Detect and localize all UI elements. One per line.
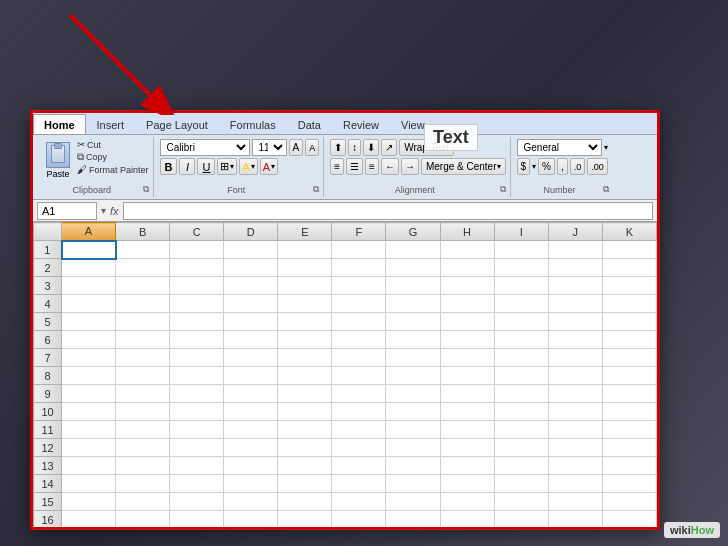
cell-I15[interactable] (494, 493, 548, 511)
cell-I10[interactable] (494, 403, 548, 421)
cell-J13[interactable] (548, 457, 602, 475)
row-header-5[interactable]: 5 (34, 313, 62, 331)
align-right-button[interactable]: ≡ (365, 158, 379, 175)
cell-C13[interactable] (170, 457, 224, 475)
cell-J3[interactable] (548, 277, 602, 295)
cell-D11[interactable] (224, 421, 278, 439)
font-family-select[interactable]: Calibri (160, 139, 250, 156)
cell-H16[interactable] (440, 511, 494, 528)
cell-K11[interactable] (602, 421, 656, 439)
cell-D2[interactable] (224, 259, 278, 277)
name-box[interactable] (37, 202, 97, 220)
cell-K8[interactable] (602, 367, 656, 385)
cell-K13[interactable] (602, 457, 656, 475)
cell-A4[interactable] (62, 295, 116, 313)
currency-dropdown[interactable]: ▾ (532, 162, 536, 171)
cell-J16[interactable] (548, 511, 602, 528)
comma-button[interactable]: , (557, 158, 568, 175)
cell-B2[interactable] (116, 259, 170, 277)
cell-A15[interactable] (62, 493, 116, 511)
row-header-12[interactable]: 12 (34, 439, 62, 457)
cell-G11[interactable] (386, 421, 440, 439)
row-header-15[interactable]: 15 (34, 493, 62, 511)
cell-D16[interactable] (224, 511, 278, 528)
cell-F10[interactable] (332, 403, 386, 421)
cell-D10[interactable] (224, 403, 278, 421)
fill-color-button[interactable]: A▾ (239, 158, 257, 175)
cell-F2[interactable] (332, 259, 386, 277)
cell-B8[interactable] (116, 367, 170, 385)
percent-button[interactable]: % (538, 158, 555, 175)
cell-B11[interactable] (116, 421, 170, 439)
cell-F12[interactable] (332, 439, 386, 457)
cell-A13[interactable] (62, 457, 116, 475)
cell-F3[interactable] (332, 277, 386, 295)
col-header-K[interactable]: K (602, 223, 656, 241)
cell-F9[interactable] (332, 385, 386, 403)
underline-button[interactable]: U (197, 158, 215, 175)
cell-I7[interactable] (494, 349, 548, 367)
align-middle-button[interactable]: ↕ (348, 139, 361, 156)
cell-J1[interactable] (548, 241, 602, 259)
cell-A1[interactable] (62, 241, 116, 259)
cell-H1[interactable] (440, 241, 494, 259)
cell-I6[interactable] (494, 331, 548, 349)
number-format-select[interactable]: General (517, 139, 602, 156)
cell-F8[interactable] (332, 367, 386, 385)
cell-B16[interactable] (116, 511, 170, 528)
cell-J7[interactable] (548, 349, 602, 367)
tab-home[interactable]: Home (33, 114, 86, 134)
cell-F15[interactable] (332, 493, 386, 511)
cell-G13[interactable] (386, 457, 440, 475)
cell-I1[interactable] (494, 241, 548, 259)
cell-K10[interactable] (602, 403, 656, 421)
cell-E3[interactable] (278, 277, 332, 295)
cell-E13[interactable] (278, 457, 332, 475)
cell-K4[interactable] (602, 295, 656, 313)
cell-G1[interactable] (386, 241, 440, 259)
cell-G5[interactable] (386, 313, 440, 331)
row-header-10[interactable]: 10 (34, 403, 62, 421)
cell-A6[interactable] (62, 331, 116, 349)
cell-J8[interactable] (548, 367, 602, 385)
cell-E11[interactable] (278, 421, 332, 439)
align-bottom-button[interactable]: ⬇ (363, 139, 379, 156)
name-box-dropdown[interactable]: ▾ (101, 205, 106, 216)
row-header-11[interactable]: 11 (34, 421, 62, 439)
col-header-E[interactable]: E (278, 223, 332, 241)
cell-C16[interactable] (170, 511, 224, 528)
cell-K15[interactable] (602, 493, 656, 511)
cell-H15[interactable] (440, 493, 494, 511)
cell-C11[interactable] (170, 421, 224, 439)
cell-G9[interactable] (386, 385, 440, 403)
cell-H14[interactable] (440, 475, 494, 493)
cell-J11[interactable] (548, 421, 602, 439)
row-header-16[interactable]: 16 (34, 511, 62, 528)
cell-F5[interactable] (332, 313, 386, 331)
cell-F6[interactable] (332, 331, 386, 349)
cell-J4[interactable] (548, 295, 602, 313)
cell-H11[interactable] (440, 421, 494, 439)
cell-D14[interactable] (224, 475, 278, 493)
cell-I11[interactable] (494, 421, 548, 439)
number-format-dropdown[interactable]: ▾ (604, 143, 608, 152)
cell-C7[interactable] (170, 349, 224, 367)
col-header-F[interactable]: F (332, 223, 386, 241)
cell-G12[interactable] (386, 439, 440, 457)
formula-input[interactable] (123, 202, 653, 220)
cell-A14[interactable] (62, 475, 116, 493)
cell-H3[interactable] (440, 277, 494, 295)
cell-A2[interactable] (62, 259, 116, 277)
col-header-D[interactable]: D (224, 223, 278, 241)
cell-C15[interactable] (170, 493, 224, 511)
cell-C12[interactable] (170, 439, 224, 457)
cell-C1[interactable] (170, 241, 224, 259)
cell-G7[interactable] (386, 349, 440, 367)
cell-F14[interactable] (332, 475, 386, 493)
cell-K7[interactable] (602, 349, 656, 367)
bold-button[interactable]: B (160, 158, 178, 175)
cell-I4[interactable] (494, 295, 548, 313)
row-header-6[interactable]: 6 (34, 331, 62, 349)
cell-E8[interactable] (278, 367, 332, 385)
cell-K12[interactable] (602, 439, 656, 457)
